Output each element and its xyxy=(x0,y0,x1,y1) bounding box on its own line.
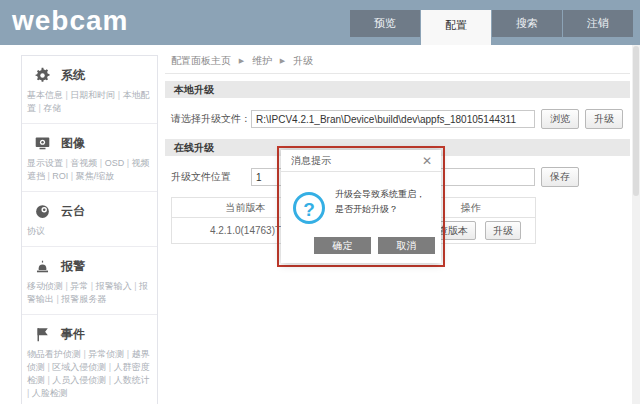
sidebar-section-alarm-title[interactable]: 报警 xyxy=(34,258,153,275)
sidebar-section-event: 事件 物品看护侦测 | 异常侦测 | 越界侦测 | 区域入侵侦测 | 人群密度检… xyxy=(22,315,157,404)
sidebar-link[interactable]: 存储 xyxy=(43,103,61,113)
app-header: webcam 预览 配置 搜索 注销 xyxy=(0,0,640,45)
close-icon[interactable]: ✕ xyxy=(422,150,432,172)
upgrade-location-label: 升级文件位置 xyxy=(171,170,251,184)
sidebar-link[interactable]: 移动侦测 xyxy=(27,281,63,291)
upgrade-file-label: 请选择升级文件： xyxy=(171,112,251,126)
sidebar-link[interactable]: 聚焦/缩放 xyxy=(76,171,115,181)
sidebar-section-event-title[interactable]: 事件 xyxy=(34,326,153,343)
event-flag-icon xyxy=(34,326,51,343)
sidebar-link[interactable]: 报警输入 xyxy=(96,281,132,291)
breadcrumb-upgrade: 升级 xyxy=(293,55,313,66)
link-separator: | xyxy=(132,281,139,291)
dialog-message: 升级会导致系统重启，是否开始升级？ xyxy=(335,183,433,224)
sidebar-link[interactable]: 报警服务器 xyxy=(61,294,106,304)
webcam-logo: webcam xyxy=(12,5,129,37)
sidebar-link[interactable]: 物品看护侦测 xyxy=(27,349,81,359)
sidebar: 系统 基本信息 | 日期和时间 | 本地配置 | 存储 图像 显示设置 | 音视… xyxy=(21,55,158,404)
sidebar-link[interactable]: 显示设置 xyxy=(27,158,63,168)
online-upgrade-button[interactable]: 升级 xyxy=(485,221,521,240)
breadcrumb-separator-icon: ▶ xyxy=(239,57,244,64)
cancel-button[interactable]: 取消 xyxy=(378,237,435,254)
link-separator: | xyxy=(106,375,113,385)
sidebar-link[interactable]: 音视频 xyxy=(70,158,97,168)
breadcrumb-separator-icon: ▶ xyxy=(280,57,285,64)
sidebar-links-system: 基本信息 | 日期和时间 | 本地配置 | 存储 xyxy=(26,89,153,115)
dialog-titlebar[interactable]: 消息提示 ✕ xyxy=(281,150,441,172)
vertical-scrollbar[interactable] xyxy=(632,45,640,404)
display-icon xyxy=(34,135,51,152)
sidebar-link[interactable]: 人脸检测 xyxy=(32,388,68,398)
ok-button[interactable]: 确定 xyxy=(314,237,371,254)
tab-logout[interactable]: 注销 xyxy=(563,10,633,37)
sidebar-links-ptz: 协议 xyxy=(26,225,153,238)
scrollbar-thumb[interactable] xyxy=(633,46,639,196)
sidebar-link[interactable]: 日期和时间 xyxy=(70,90,115,100)
sidebar-section-system: 系统 基本信息 | 日期和时间 | 本地配置 | 存储 xyxy=(22,56,157,124)
alarm-icon xyxy=(34,258,51,275)
link-separator: | xyxy=(88,281,95,291)
save-button[interactable]: 保存 xyxy=(541,167,579,187)
tab-search[interactable]: 搜索 xyxy=(492,10,562,37)
sidebar-link[interactable]: OSD xyxy=(105,158,125,168)
breadcrumb-home[interactable]: 配置面板主页 xyxy=(171,55,231,66)
dialog-title: 消息提示 xyxy=(291,155,331,166)
sidebar-section-ptz: 云台 协议 xyxy=(22,192,157,247)
link-separator: | xyxy=(68,171,75,181)
sidebar-section-image-title[interactable]: 图像 xyxy=(34,135,153,152)
local-upgrade-row: 请选择升级文件： 浏览 升级 xyxy=(171,109,630,129)
red-annotation-box: 消息提示 ✕ ? 升级会导致系统重启，是否开始升级？ 确定 取消 xyxy=(277,146,445,267)
sidebar-link[interactable]: 人员入侵侦测 xyxy=(52,375,106,385)
sidebar-link[interactable]: 异常侦测 xyxy=(88,349,124,359)
link-separator: | xyxy=(106,362,113,372)
link-separator: | xyxy=(124,158,131,168)
breadcrumb: 配置面板主页 ▶ 维护 ▶ 升级 xyxy=(165,45,630,74)
local-upgrade-button[interactable]: 升级 xyxy=(585,109,623,129)
question-icon: ? xyxy=(293,192,325,224)
link-separator: | xyxy=(97,158,104,168)
sidebar-link[interactable]: 协议 xyxy=(27,226,45,236)
dialog-buttons: 确定 取消 xyxy=(281,224,441,254)
sidebar-link[interactable]: 人数统计 xyxy=(114,375,150,385)
breadcrumb-maintenance[interactable]: 维护 xyxy=(252,55,272,66)
tab-preview[interactable]: 预览 xyxy=(350,10,420,37)
sidebar-link[interactable]: 异常 xyxy=(70,281,88,291)
sidebar-link[interactable]: 区域入侵侦测 xyxy=(52,362,106,372)
local-upgrade-section-title: 本地升级 xyxy=(165,81,630,98)
sidebar-link[interactable]: ROI xyxy=(52,171,68,181)
sidebar-section-ptz-title[interactable]: 云台 xyxy=(34,203,153,220)
sidebar-section-alarm: 报警 移动侦测 | 异常 | 报警输入 | 报警输出 | 报警服务器 xyxy=(22,247,157,315)
message-dialog: 消息提示 ✕ ? 升级会导致系统重启，是否开始升级？ 确定 取消 xyxy=(281,150,441,263)
link-separator: | xyxy=(115,90,122,100)
gear-icon xyxy=(34,67,51,84)
upgrade-file-input[interactable] xyxy=(251,110,535,128)
ptz-camera-icon xyxy=(34,203,51,220)
sidebar-links-alarm: 移动侦测 | 异常 | 报警输入 | 报警输出 | 报警服务器 xyxy=(26,280,153,306)
nav-tabs: 预览 配置 搜索 注销 xyxy=(349,10,633,45)
sidebar-section-image: 图像 显示设置 | 音视频 | OSD | 视频遮挡 | ROI | 聚焦/缩放 xyxy=(22,124,157,192)
sidebar-section-system-title[interactable]: 系统 xyxy=(34,67,153,84)
dialog-body: ? 升级会导致系统重启，是否开始升级？ xyxy=(281,172,441,224)
sidebar-links-image: 显示设置 | 音视频 | OSD | 视频遮挡 | ROI | 聚焦/缩放 xyxy=(26,157,153,183)
sidebar-link[interactable]: 基本信息 xyxy=(27,90,63,100)
link-separator: | xyxy=(124,349,131,359)
tab-config[interactable]: 配置 xyxy=(421,10,491,45)
sidebar-links-event: 物品看护侦测 | 异常侦测 | 越界侦测 | 区域入侵侦测 | 人群密度检测 |… xyxy=(26,348,153,400)
browse-button[interactable]: 浏览 xyxy=(541,109,579,129)
